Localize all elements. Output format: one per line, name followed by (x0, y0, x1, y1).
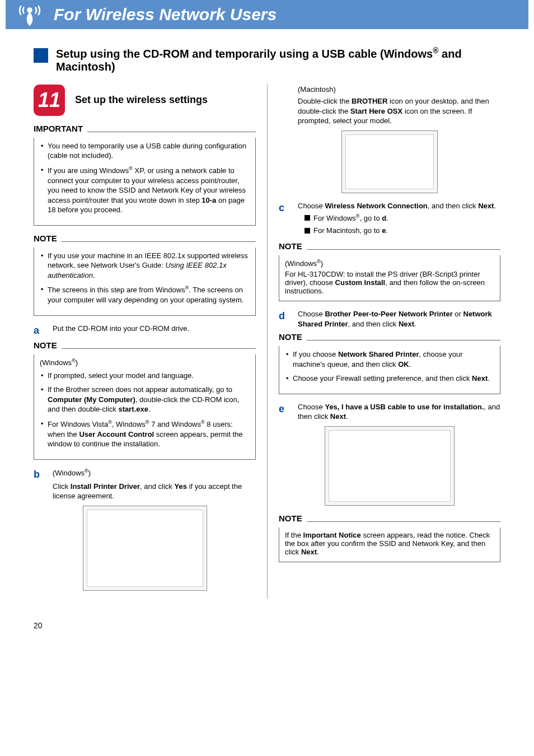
section-heading: Setup using the CD-ROM and temporarily u… (34, 46, 500, 73)
note-text: If the Important Notice screen appears, … (285, 531, 494, 556)
step-number: 11 (38, 88, 60, 112)
substep-a: a Put the CD-ROM into your CD-ROM drive. (34, 324, 256, 337)
left-column: 11 Set up the wireless settings IMPORTAN… (34, 85, 267, 599)
note-box: If you use your machine in an IEEE 802.1… (34, 248, 256, 316)
mac-text: Double-click the BROTHER icon on your de… (298, 96, 500, 126)
substep-os: (Windows®) (53, 468, 256, 478)
note-item: The screens in this step are from Window… (40, 284, 250, 305)
step-title: Set up the wireless settings (75, 94, 208, 106)
wireless-icon (6, 2, 54, 27)
right-column: (Macintosh) Double-click the BROTHER ico… (267, 85, 500, 599)
mac-os: (Macintosh) (298, 85, 500, 95)
substep-d: d Choose Brother Peer-to-Peer Network Pr… (279, 309, 500, 329)
note-item: If you choose Network Shared Printer, ch… (285, 349, 494, 369)
important-item: If you are using Windows® XP, or using a… (40, 165, 250, 215)
header-title: For Wireless Network Users (54, 5, 277, 24)
note-os: (Windows®) (285, 259, 494, 268)
note-item: Choose your Firewall setting preference,… (285, 374, 494, 384)
svg-point-0 (27, 8, 31, 12)
substep-e: e Choose Yes, I have a USB cable to use … (279, 402, 500, 422)
substep-text: Choose Brother Peer-to-Peer Network Prin… (298, 309, 500, 329)
note-header: NOTE (279, 241, 500, 252)
mac-screenshot (341, 130, 438, 193)
important-item: You need to temporarily use a USB cable … (40, 141, 250, 161)
installer-screenshot (83, 506, 207, 591)
note-item: For Windows Vista®, Windows® 7 and Windo… (40, 419, 250, 449)
note-header: NOTE (34, 340, 256, 351)
note-box: (Windows®) If prompted, select your mode… (34, 354, 256, 459)
sub-bullet: For Windows®, go to d. (305, 213, 500, 223)
substep-text: Choose Wireless Network Connection, and … (298, 201, 500, 211)
step-header: 11 Set up the wireless settings (34, 85, 256, 116)
note-header: NOTE (34, 234, 256, 244)
page-number: 20 (0, 604, 534, 641)
note-box: If the Important Notice screen appears, … (279, 528, 500, 562)
note-item: If the Brother screen does not appear au… (40, 385, 250, 414)
substep-c: c Choose Wireless Network Connection, an… (279, 201, 500, 238)
substep-text: Click Install Printer Driver, and click … (53, 482, 256, 501)
note-os: (Windows®) (40, 358, 250, 367)
section-marker (34, 48, 48, 63)
note-item: If prompted, select your model and langu… (40, 371, 250, 381)
substep-text: Choose Yes, I have a USB cable to use fo… (298, 402, 500, 422)
note-header: NOTE (279, 332, 500, 343)
header-bar: For Wireless Network Users (6, 0, 528, 29)
section-title: Setup using the CD-ROM and temporarily u… (56, 46, 500, 73)
important-header: IMPORTANT (34, 124, 256, 134)
note-box: If you choose Network Shared Printer, ch… (279, 346, 500, 394)
note-item: If you use your machine in an IEEE 802.1… (40, 251, 250, 281)
wizard-screenshot (325, 426, 455, 506)
sub-bullet: For Macintosh, go to e. (305, 226, 500, 236)
note-header: NOTE (279, 514, 500, 524)
substep-b: b (Windows®) Click Install Printer Drive… (34, 468, 256, 501)
important-box: You need to temporarily use a USB cable … (34, 138, 256, 226)
note-text: For HL-3170CDW: to install the PS driver… (285, 270, 494, 295)
step-number-box: 11 (34, 85, 65, 116)
note-box: (Windows®) For HL-3170CDW: to install th… (279, 255, 500, 301)
